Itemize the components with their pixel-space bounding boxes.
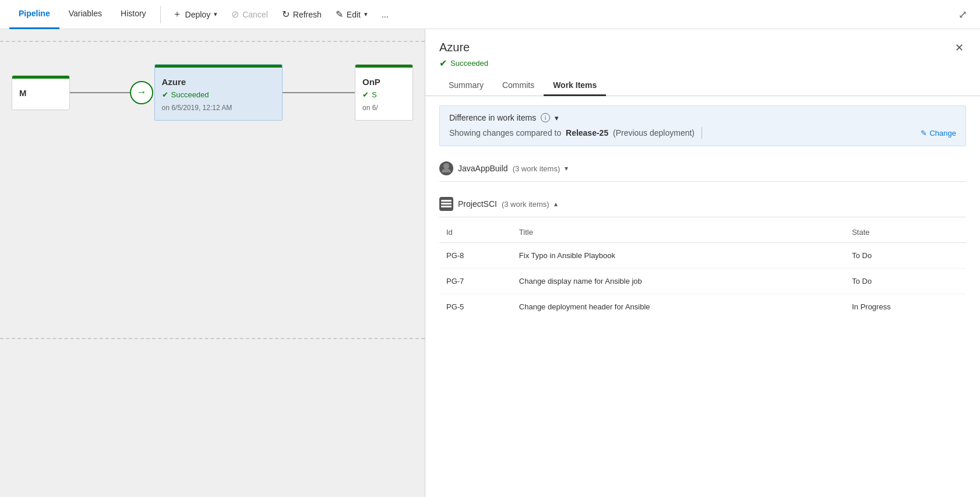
azure-stage-wrapper: → Azure ✔ Succeeded on 6/5/2019, 12:12 A…	[143, 64, 283, 121]
expand-button[interactable]: ⤢	[955, 5, 971, 24]
right-panel: Azure ✔ Succeeded ✕ Summary Commits Work…	[425, 29, 980, 497]
work-items-table: Id Title State PG-8 Fix Typo in Ansible …	[439, 222, 966, 319]
stage-content-right: OnP ✔ S on 6/	[355, 68, 413, 120]
stage-box-left: M	[12, 75, 70, 110]
build-group-sci-header[interactable]: ProjectSCI (3 work items) ▴	[439, 191, 966, 217]
panel-tabs: Summary Commits Work Items	[425, 76, 980, 96]
work-item-state: In Progress	[845, 294, 966, 320]
tab-variables[interactable]: Variables	[59, 0, 111, 29]
tab-divider	[160, 6, 161, 23]
col-title: Title	[512, 222, 845, 243]
svg-rect-2	[441, 203, 452, 205]
azure-stage-content: Azure ✔ Succeeded on 6/5/2019, 12:12 AM	[155, 68, 282, 120]
panel-title: Azure	[439, 41, 966, 54]
sci-build-icon	[439, 197, 453, 211]
more-button[interactable]: ...	[375, 6, 396, 23]
table-row: PG-5 Change deployment header for Ansibl…	[439, 294, 966, 320]
diff-title: Difference in work items	[449, 113, 536, 122]
work-item-id: PG-8	[439, 243, 512, 269]
right-status-icon: ✔	[362, 90, 369, 99]
panel-status-icon: ✔	[439, 58, 447, 69]
work-item-title: Fix Typo in Ansible Playbook	[512, 243, 845, 269]
tab-pipeline[interactable]: Pipeline	[9, 0, 59, 29]
sci-build-count: (3 work items)	[502, 200, 549, 209]
connector-2	[283, 92, 355, 93]
diff-chevron-icon[interactable]: ▾	[555, 114, 559, 122]
azure-status-icon: ✔	[162, 90, 168, 99]
tab-summary[interactable]: Summary	[439, 76, 493, 96]
work-item-title: Change deployment header for Ansible	[512, 294, 845, 320]
top-bar: Pipeline Variables History ＋ Deploy ▾ ⊘ …	[0, 0, 980, 29]
diff-divider	[701, 127, 702, 139]
change-button[interactable]: ✎ Change	[921, 129, 956, 138]
stage-content-left: M	[12, 79, 69, 110]
deploy-button[interactable]: ＋ Deploy ▾	[165, 5, 225, 24]
build-group-sci: ProjectSCI (3 work items) ▴ Id Title Sta…	[439, 191, 966, 319]
azure-stage-status: ✔ Succeeded	[162, 90, 275, 99]
work-item-state: To Do	[845, 269, 966, 294]
info-icon[interactable]: i	[541, 113, 550, 122]
java-build-count: (3 work items)	[513, 164, 560, 173]
azure-stage-date: on 6/5/2019, 12:12 AM	[162, 104, 275, 112]
cancel-button[interactable]: ⊘ Cancel	[224, 5, 275, 23]
left-stage-name: M	[19, 88, 62, 98]
build-group-java-header[interactable]: JavaAppBuild (3 work items) ▾	[439, 156, 966, 182]
right-stage-date: on 6/	[362, 104, 406, 112]
panel-header: Azure ✔ Succeeded	[425, 29, 980, 76]
edit-button[interactable]: ✎ Edit ▾	[329, 5, 375, 23]
main-content: M → Azure ✔ Succeeded on 6/5/2019, 12:12…	[0, 29, 980, 497]
svg-rect-3	[441, 206, 452, 207]
tab-commits[interactable]: Commits	[493, 76, 544, 96]
work-item-id: PG-7	[439, 269, 512, 294]
diff-info-row: Showing changes compared to Release-25 (…	[449, 127, 956, 139]
diff-box: Difference in work items i ▾ Showing cha…	[439, 105, 966, 146]
azure-stage-circle: →	[130, 81, 153, 104]
work-item-id: PG-5	[439, 294, 512, 320]
work-item-title: Change display name for Ansible job	[512, 269, 845, 294]
java-build-icon	[439, 161, 453, 175]
refresh-button[interactable]: ↻ Refresh	[275, 5, 329, 23]
plus-icon: ＋	[172, 8, 182, 20]
cancel-icon: ⊘	[231, 9, 239, 20]
col-id: Id	[439, 222, 512, 243]
panel-body: Difference in work items i ▾ Showing cha…	[425, 96, 980, 497]
edit-icon: ✎	[336, 9, 343, 20]
java-chevron-icon: ▾	[565, 164, 568, 172]
dashed-line-bottom	[0, 338, 425, 339]
diff-header: Difference in work items i ▾	[449, 113, 956, 122]
deploy-chevron-icon: ▾	[214, 10, 217, 18]
java-build-name: JavaAppBuild	[458, 164, 508, 173]
diff-showing-text: Showing changes compared to Release-25 (…	[449, 128, 695, 138]
work-item-state: To Do	[845, 243, 966, 269]
pipeline-stage-row: M → Azure ✔ Succeeded on 6/5/2019, 12:12…	[0, 64, 425, 121]
table-row: PG-8 Fix Typo in Ansible Playbook To Do	[439, 243, 966, 269]
tab-history[interactable]: History	[111, 0, 156, 29]
table-row: PG-7 Change display name for Ansible job…	[439, 269, 966, 294]
sci-chevron-icon: ▴	[554, 200, 558, 208]
svg-point-0	[443, 163, 449, 169]
dashed-line-top	[0, 41, 425, 42]
close-button[interactable]: ✕	[950, 38, 968, 57]
azure-stage-name: Azure	[162, 77, 275, 87]
tab-work-items[interactable]: Work Items	[544, 76, 606, 96]
azure-stage-box[interactable]: Azure ✔ Succeeded on 6/5/2019, 12:12 AM	[154, 64, 283, 121]
sci-build-name: ProjectSCI	[458, 199, 497, 209]
stage-box-right: OnP ✔ S on 6/	[355, 64, 413, 121]
right-stage-name: OnP	[362, 77, 406, 87]
col-state: State	[845, 222, 966, 243]
edit-chevron-icon: ▾	[364, 10, 368, 18]
right-stage-status: ✔ S	[362, 90, 406, 99]
panel-status: ✔ Succeeded	[439, 58, 966, 69]
svg-rect-1	[441, 200, 452, 202]
refresh-icon: ↻	[282, 9, 290, 20]
pencil-icon: ✎	[921, 129, 927, 138]
build-group-java: JavaAppBuild (3 work items) ▾	[439, 156, 966, 182]
pipeline-area: M → Azure ✔ Succeeded on 6/5/2019, 12:12…	[0, 29, 425, 497]
